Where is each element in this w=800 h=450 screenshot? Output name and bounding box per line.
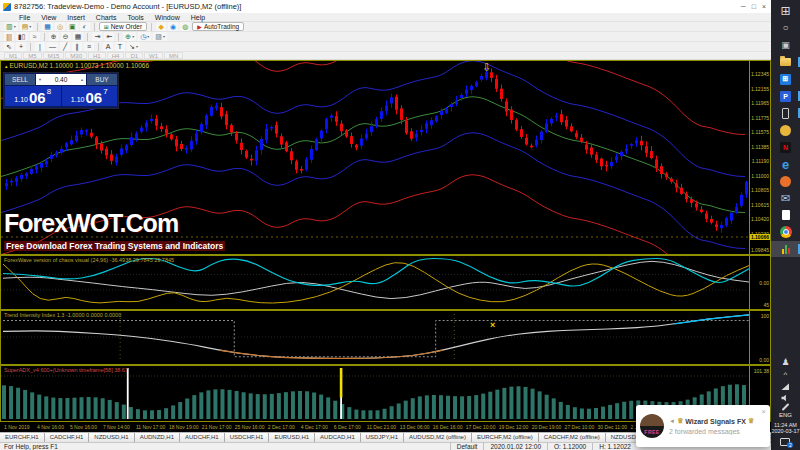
menu-view[interactable]: View	[36, 14, 61, 21]
channel-icon[interactable]: ∥	[72, 42, 82, 51]
maximize-button[interactable]: □	[752, 3, 756, 10]
profiles-icon[interactable]: ▤▾	[20, 22, 34, 31]
indicator-window-tii[interactable]: × Trend Intensity Index 1.3 -1.0000 0.00…	[0, 310, 771, 365]
dropdown-caret-icon[interactable]: ▾	[14, 22, 16, 31]
sell-button[interactable]: SELL	[5, 74, 35, 85]
menu-tools[interactable]: Tools	[122, 14, 148, 21]
store-icon[interactable]: ⊞	[771, 71, 800, 87]
fibonacci-icon[interactable]: ≡	[84, 42, 94, 51]
taskbar-clock[interactable]: 11:24 AM 2020-03-17	[771, 422, 799, 434]
status-profile[interactable]: Default	[450, 443, 484, 450]
volume-value[interactable]: 0.40	[55, 76, 68, 83]
volume-stepper[interactable]: ▼ 0.40 ▲	[36, 74, 86, 85]
label-icon[interactable]: T	[115, 42, 125, 51]
p-app-icon[interactable]: P	[771, 88, 800, 104]
terminal-icon[interactable]: ▣	[67, 22, 78, 31]
metatrader-icon[interactable]	[771, 241, 800, 257]
task-view-icon[interactable]: ▣	[771, 37, 800, 53]
timeframe-h4[interactable]: H4	[107, 52, 125, 59]
start-button[interactable]: ⊞	[771, 3, 800, 19]
notification-popup[interactable]: FREE ◄ ♛ Wizard Signals FX ♛ 2 forwarded…	[636, 405, 770, 447]
vertical-line-icon[interactable]: |	[35, 42, 45, 51]
people-icon[interactable]: ♟	[781, 358, 789, 367]
zoom-in-icon[interactable]: ⊕	[49, 32, 59, 41]
dropdown-caret-icon[interactable]: ▾	[132, 32, 134, 41]
strategy-tester-icon[interactable]: ◐	[80, 22, 90, 31]
text-icon[interactable]: A	[103, 42, 113, 51]
chart-tab[interactable]: USDCHF,H1	[225, 433, 270, 442]
community-icon[interactable]: ◉	[168, 22, 178, 31]
chart-tab[interactable]: AUDCHF,H1	[180, 433, 225, 442]
indicator-window-chaos[interactable]: ForexWave version of chaos visual (24,96…	[0, 255, 771, 310]
netflix-icon[interactable]: N	[771, 139, 800, 155]
dropdown-caret-icon[interactable]: ▾	[136, 42, 138, 51]
chart-tab[interactable]: USDJPY,H1	[361, 433, 404, 442]
timeframe-mn[interactable]: MN	[164, 52, 183, 59]
volume-increase-icon[interactable]: ▲	[80, 77, 84, 82]
timeframe-m15[interactable]: M15	[43, 52, 65, 59]
volume-muted-icon[interactable]	[781, 394, 789, 402]
metaeditor-icon[interactable]: ◆	[156, 22, 166, 31]
menu-help[interactable]: Help	[186, 14, 210, 21]
timeframe-w1[interactable]: W1	[144, 52, 163, 59]
chart-tab[interactable]: AUDNZD,H1	[135, 433, 180, 442]
volume-decrease-icon[interactable]: ▼	[38, 77, 42, 82]
chart-tab[interactable]: AUDCAD,H1	[315, 433, 361, 442]
buy-button[interactable]: BUY	[87, 74, 117, 85]
chart-tab[interactable]: EURCHF,H1	[0, 433, 45, 442]
ask-price[interactable]: 1.10 06 7	[62, 86, 118, 106]
line-chart-icon[interactable]: ≈	[30, 32, 40, 41]
firefox-icon[interactable]	[771, 173, 800, 189]
phone-app-icon[interactable]	[771, 105, 800, 121]
notification-close-icon[interactable]: ×	[761, 407, 766, 416]
title-bar[interactable]: 8782756: Tradeview-Demo - Demo Account -…	[0, 0, 771, 13]
menu-charts[interactable]: Charts	[91, 14, 122, 21]
dropdown-caret-icon[interactable]: ▾	[147, 32, 149, 41]
new-order-button[interactable]: ⊞New Order	[99, 22, 147, 31]
dropdown-caret-icon[interactable]: ▾	[163, 32, 165, 41]
indicators-icon[interactable]: ⊕▾	[123, 32, 136, 41]
collapse-panel-icon[interactable]: ▴	[5, 63, 8, 69]
chart-tab[interactable]: CADCHF,H1	[45, 433, 90, 442]
file-explorer-icon[interactable]	[771, 54, 800, 70]
main-chart-window[interactable]: ⇩ ▴EURUSD,M2 1.10000 1.10073 1.10000 1.1…	[0, 60, 771, 255]
autotrading-button[interactable]: ▶AutoTrading	[192, 22, 244, 31]
network-icon[interactable]	[781, 383, 789, 390]
cursor-icon[interactable]: ⇖	[4, 42, 14, 51]
search-icon[interactable]: ○	[771, 20, 800, 36]
chrome-icon[interactable]	[771, 224, 800, 240]
timeframe-m1[interactable]: M1	[4, 52, 22, 59]
menu-file[interactable]: File	[14, 14, 35, 21]
chart-shift-icon[interactable]: ⇤	[104, 32, 114, 41]
crosshair-icon[interactable]: +	[16, 42, 26, 51]
new-chart-icon[interactable]: ▥▾	[4, 22, 18, 31]
bar-chart-icon[interactable]: |||	[4, 32, 14, 41]
action-center-icon[interactable]: 2	[780, 438, 790, 446]
menu-insert[interactable]: Insert	[62, 14, 90, 21]
timeframe-h1[interactable]: H1	[88, 52, 106, 59]
word-doc-icon[interactable]	[771, 207, 800, 223]
chart-tab[interactable]: AUDUSD,M2 (offline)	[404, 433, 472, 442]
horizontal-line-icon[interactable]: ―	[47, 42, 58, 51]
trendline-icon[interactable]: ╱	[60, 42, 70, 51]
chart-tab[interactable]: EURUSD,H1	[269, 433, 315, 442]
dropdown-caret-icon[interactable]: ▾	[29, 22, 31, 31]
minimize-button[interactable]: ─	[741, 3, 746, 10]
coin-app-icon[interactable]	[771, 122, 800, 138]
templates-icon[interactable]: ▨▾	[153, 32, 167, 41]
timeframe-m5[interactable]: M5	[23, 52, 41, 59]
pen-icon[interactable]	[782, 403, 790, 411]
arrows-icon[interactable]: ↘▾	[127, 42, 140, 51]
menu-window[interactable]: Window	[150, 14, 185, 21]
hidden-icons-chevron[interactable]: ^	[784, 371, 788, 379]
chart-tab[interactable]: EURCHF,M2 (offline)	[472, 433, 539, 442]
language-indicator[interactable]: ENG	[779, 412, 792, 418]
timeframe-d1[interactable]: D1	[125, 52, 143, 59]
auto-scroll-icon[interactable]: ⇥	[92, 32, 102, 41]
zoom-out-icon[interactable]: ⊖	[61, 32, 71, 41]
edge-icon[interactable]: e	[771, 156, 800, 172]
tile-windows-icon[interactable]: ▦	[73, 32, 84, 41]
chart-tab[interactable]: CADCHF,M2 (offline)	[539, 433, 606, 442]
mail-icon[interactable]: ✉	[771, 190, 800, 206]
close-button[interactable]: ×	[762, 3, 766, 10]
